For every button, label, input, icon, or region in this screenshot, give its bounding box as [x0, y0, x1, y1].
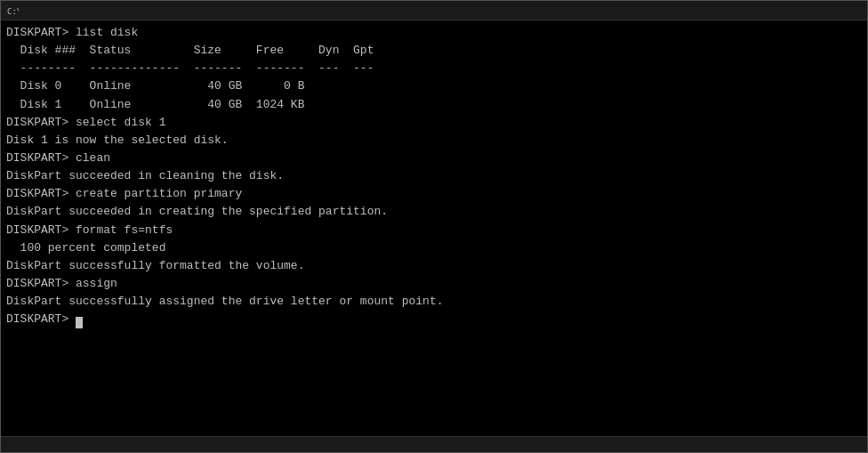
title-bar: C:\	[1, 1, 867, 20]
window: C:\ DISKPART> list disk Disk ### Status …	[0, 0, 868, 453]
cursor	[76, 317, 83, 328]
console-line: DiskPart succeeded in creating the speci…	[6, 203, 862, 221]
console-line: DISKPART> list disk	[6, 24, 862, 42]
window-controls	[784, 3, 862, 19]
console-line: Disk 0 Online 40 GB 0 B	[6, 77, 862, 95]
minimize-button[interactable]	[784, 3, 808, 19]
console-line: DISKPART>	[6, 311, 862, 328]
console-line: 100 percent completed	[6, 239, 862, 257]
console-line: DISKPART> format fs=ntfs	[6, 222, 862, 239]
console-line: Disk ### Status Size Free Dyn Gpt	[6, 42, 862, 60]
bottom-bar	[1, 436, 867, 452]
cmd-icon: C:\	[6, 4, 19, 17]
maximize-button[interactable]	[810, 3, 835, 19]
svg-text:C:\: C:\	[7, 7, 19, 16]
console-line: Disk 1 is now the selected disk.	[6, 132, 862, 150]
close-button[interactable]	[837, 3, 862, 19]
console-line: DiskPart successfully formatted the volu…	[6, 257, 862, 275]
console-line: DiskPart successfully assigned the drive…	[6, 293, 862, 311]
console-line: DISKPART> clean	[6, 150, 862, 167]
console-line: -------- ------------- ------- ------- -…	[6, 60, 862, 77]
console-line: DISKPART> select disk 1	[6, 114, 862, 132]
console-line: DISKPART> assign	[6, 275, 862, 293]
console-line: Disk 1 Online 40 GB 1024 KB	[6, 96, 862, 114]
console-line: DiskPart succeeded in cleaning the disk.	[6, 167, 862, 185]
console-output[interactable]: DISKPART> list disk Disk ### Status Size…	[1, 20, 867, 436]
console-line: DISKPART> create partition primary	[6, 185, 862, 203]
